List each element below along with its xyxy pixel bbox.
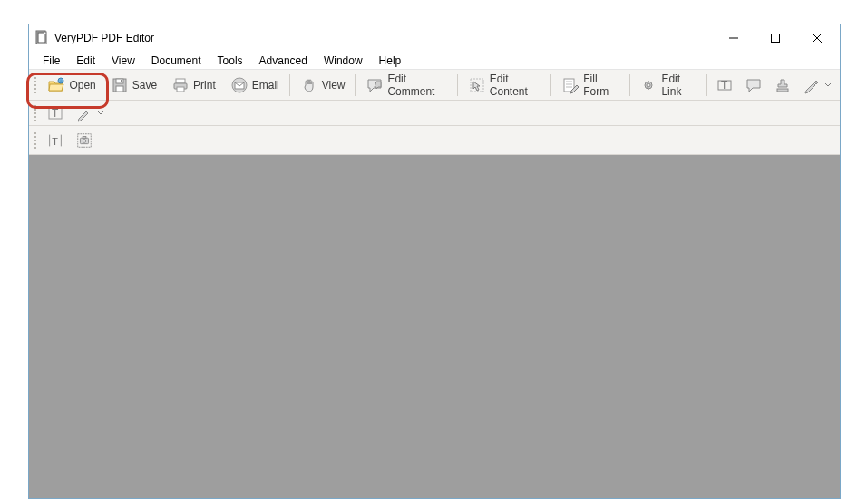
svg-rect-11: [176, 79, 185, 83]
save-icon: [111, 76, 129, 94]
fill-form-label: Fill Form: [583, 73, 619, 98]
fill-form-button[interactable]: Fill Form: [555, 73, 625, 97]
menu-view[interactable]: View: [103, 53, 143, 69]
save-label: Save: [132, 79, 157, 92]
toolbar-separator: [355, 74, 356, 96]
main-toolbar: Open Save Print: [29, 70, 840, 101]
maximize-button[interactable]: [755, 25, 796, 51]
cursor-edit-icon: [468, 76, 486, 94]
drawing-tool-button[interactable]: [71, 102, 109, 125]
close-button[interactable]: [796, 25, 838, 51]
svg-rect-9: [116, 86, 123, 92]
window-controls: [713, 25, 838, 51]
open-button[interactable]: Open: [41, 73, 102, 97]
toolbar-grip[interactable]: [33, 75, 37, 95]
edit-content-label: Edit Content: [490, 73, 541, 98]
link-icon: [639, 76, 658, 94]
edit-content-button[interactable]: Edit Content: [462, 73, 548, 97]
svg-rect-23: [777, 89, 788, 92]
stamp-icon: [774, 76, 792, 94]
edit-comment-button[interactable]: Edit Comment: [359, 73, 453, 97]
folder-open-icon: [47, 76, 65, 94]
email-button[interactable]: Email: [224, 73, 286, 97]
menu-file[interactable]: File: [34, 53, 68, 69]
svg-rect-32: [83, 136, 86, 138]
document-area: [29, 155, 840, 498]
printer-icon: [171, 76, 190, 94]
menu-advanced[interactable]: Advanced: [251, 53, 316, 69]
menu-tools[interactable]: Tools: [209, 53, 251, 69]
toolbar-separator: [629, 74, 630, 96]
menu-window[interactable]: Window: [316, 53, 371, 69]
toolbar-separator: [289, 74, 290, 96]
chevron-down-icon: [97, 110, 104, 117]
hand-icon: [300, 76, 318, 94]
speech-bubble-icon: [745, 76, 763, 94]
toolbar-separator: [550, 74, 551, 96]
snapshot-tool-button[interactable]: [71, 129, 98, 152]
print-label: Print: [193, 79, 216, 92]
edit-comment-label: Edit Comment: [387, 73, 447, 98]
edit-link-button[interactable]: Edit Link: [633, 73, 703, 97]
text-select-tool-button[interactable]: T: [42, 129, 69, 152]
menu-document[interactable]: Document: [143, 53, 209, 69]
pencil-icon: [75, 104, 93, 122]
menubar: File Edit View Document Tools Advanced W…: [29, 52, 840, 70]
svg-text:T: T: [721, 79, 728, 92]
svg-rect-3: [772, 34, 780, 43]
toolbar-separator: [457, 74, 458, 96]
pencil-tool-button[interactable]: [798, 73, 836, 97]
menu-help[interactable]: Help: [371, 53, 410, 69]
email-label: Email: [252, 79, 279, 92]
minimize-button[interactable]: [713, 25, 755, 51]
third-toolbar: T: [29, 126, 840, 155]
application-window: VeryPDF PDF Editor File Edit View Docume…: [28, 24, 841, 499]
comment-icon: [365, 76, 384, 94]
text-select-icon: T: [46, 131, 64, 150]
edit-link-label: Edit Link: [661, 73, 697, 98]
titlebar: VeryPDF PDF Editor: [29, 24, 840, 52]
open-label: Open: [69, 79, 95, 92]
form-pencil-icon: [561, 76, 580, 94]
svg-text:T: T: [52, 107, 59, 120]
note-tool-button[interactable]: [740, 73, 767, 97]
svg-rect-13: [177, 87, 184, 92]
save-button[interactable]: Save: [104, 73, 163, 97]
svg-point-31: [83, 139, 86, 142]
secondary-toolbar: T: [29, 101, 840, 126]
chevron-down-icon: [824, 82, 832, 89]
view-label: View: [322, 79, 346, 92]
email-icon: [230, 76, 248, 94]
svg-rect-10: [121, 80, 122, 82]
pencil-icon: [803, 76, 821, 94]
stamp-tool-button[interactable]: [769, 73, 796, 97]
text-box-tool-button[interactable]: T: [711, 73, 738, 97]
toolbar-separator: [706, 74, 707, 96]
view-button[interactable]: View: [294, 73, 352, 97]
menu-edit[interactable]: Edit: [68, 53, 103, 69]
print-button[interactable]: Print: [165, 73, 222, 97]
toolbar-grip[interactable]: [33, 103, 38, 123]
textbox-icon: T: [716, 76, 734, 94]
camera-icon: [75, 131, 93, 150]
window-title: VeryPDF PDF Editor: [54, 32, 154, 44]
svg-text:T: T: [52, 135, 58, 146]
app-icon: [34, 30, 49, 47]
text-cursor-icon: T: [46, 104, 64, 122]
text-tool-button[interactable]: T: [42, 102, 69, 125]
toolbar-grip[interactable]: [33, 131, 38, 150]
